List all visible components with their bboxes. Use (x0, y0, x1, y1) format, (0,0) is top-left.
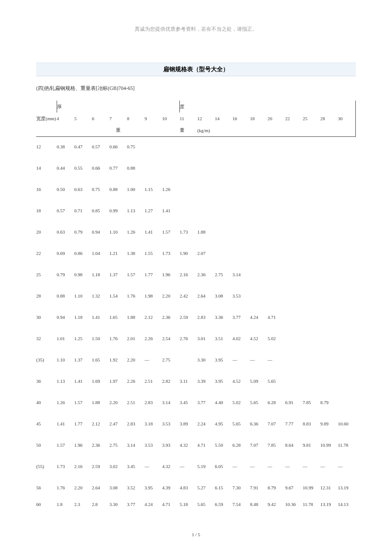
width-cell: 32 (36, 328, 57, 350)
value-cell (338, 179, 356, 200)
value-cell (215, 243, 232, 264)
value-cell: 1.57 (74, 392, 92, 413)
value-cell: 1.90 (180, 243, 197, 264)
value-cell (268, 158, 285, 179)
value-cell: 9.42 (268, 499, 285, 511)
value-cell: 4.52 (233, 371, 250, 392)
value-cell: 5.65 (268, 371, 285, 392)
value-cell: 4.32 (180, 435, 197, 456)
value-cell: 4.24 (144, 499, 162, 511)
value-cell (320, 286, 338, 307)
value-cell: 1.37 (74, 350, 92, 371)
value-cell: 3.11 (180, 371, 197, 392)
value-cell (285, 307, 303, 328)
value-cell: 1.10 (74, 286, 92, 307)
value-cell: 2.64 (197, 286, 215, 307)
value-cell: 5.27 (197, 477, 215, 499)
value-cell: 0.57 (92, 136, 110, 158)
value-cell: 1.97 (110, 371, 127, 392)
value-cell (233, 243, 250, 264)
value-cell: 9.81 (303, 435, 320, 456)
table-row: 601.82.32.83.303.774.244.715.185.656.597… (36, 499, 356, 511)
value-cell: 1.77 (74, 413, 92, 435)
value-cell: 10.99 (303, 477, 320, 499)
value-cell (338, 307, 356, 328)
value-cell: 3.89 (180, 413, 197, 435)
value-cell: 9.89 (320, 413, 338, 435)
value-cell: 1.65 (92, 350, 110, 371)
value-cell: 0.66 (110, 136, 127, 158)
thickness-header: 10 (162, 113, 180, 124)
value-cell (250, 179, 268, 200)
table-row: 200.630.790.941.101.261.411.571.731.88 (36, 222, 356, 243)
value-cell (303, 264, 320, 286)
value-cell: 3.14 (162, 392, 180, 413)
value-cell: 5.18 (180, 499, 197, 511)
value-cell: 1.00 (127, 179, 144, 200)
value-cell: 2.42 (180, 286, 197, 307)
value-cell (320, 328, 338, 350)
value-cell: — (180, 456, 197, 477)
width-cell: 56 (36, 477, 57, 499)
value-cell: 2.01 (127, 328, 144, 350)
value-cell: 5.02 (233, 392, 250, 413)
value-cell: 0.88 (127, 158, 144, 179)
value-cell (338, 350, 356, 371)
unit-label: (kg/m) (197, 124, 356, 136)
value-cell (250, 286, 268, 307)
thickness-header: 28 (320, 113, 338, 124)
value-cell: 0.75 (127, 136, 144, 158)
value-cell: 0.98 (74, 264, 92, 286)
value-cell (233, 200, 250, 222)
value-cell (285, 264, 303, 286)
table-row: 451.411.772.122.472.833.183.533.892.244.… (36, 413, 356, 435)
table-row: 321.011.251.501.762.012.262.542.763.013.… (36, 328, 356, 350)
value-cell: 7.54 (233, 499, 250, 511)
value-cell: 1.57 (127, 264, 144, 286)
value-cell (268, 136, 285, 158)
value-cell: 13.19 (320, 499, 338, 511)
value-cell (320, 136, 338, 158)
value-cell (197, 136, 215, 158)
value-cell: 1.57 (162, 222, 180, 243)
value-cell (285, 136, 303, 158)
value-cell: 3.45 (127, 456, 144, 477)
value-cell: 0.44 (57, 158, 74, 179)
value-cell: 3.53 (162, 413, 180, 435)
width-label: 宽度(mm) (36, 113, 57, 124)
value-cell: 3.53 (144, 435, 162, 456)
value-cell (197, 158, 215, 179)
value-cell: 7.77 (285, 413, 303, 435)
value-cell: 2.20 (74, 477, 92, 499)
width-cell: 30 (36, 307, 57, 328)
value-cell: 8.83 (303, 413, 320, 435)
value-cell: 4.40 (215, 392, 232, 413)
value-cell (233, 222, 250, 243)
value-cell (303, 307, 320, 328)
value-cell: 3.36 (215, 307, 232, 328)
value-cell: 2.12 (92, 413, 110, 435)
width-cell: 40 (36, 392, 57, 413)
value-cell: 1.26 (127, 222, 144, 243)
value-cell: 7.07 (250, 435, 268, 456)
value-cell: — (250, 350, 268, 371)
value-cell: — (268, 350, 285, 371)
table-row: 300.941.181.411.651.882.122.362.592.833.… (36, 307, 356, 328)
thickness-header: 5 (74, 113, 92, 124)
value-cell: 1.73 (57, 456, 74, 477)
value-cell: 5.09 (250, 371, 268, 392)
value-cell (285, 328, 303, 350)
value-cell: 2.75 (110, 435, 127, 456)
value-cell: 1.88 (92, 392, 110, 413)
value-cell: 0.79 (57, 264, 74, 286)
value-cell (268, 286, 285, 307)
value-cell (215, 158, 232, 179)
value-cell: 1.21 (110, 243, 127, 264)
value-cell: 3.14 (127, 435, 144, 456)
thickness-header: 8 (127, 113, 144, 124)
value-cell: 3.93 (162, 435, 180, 456)
thickness-header: 7 (110, 113, 127, 124)
value-cell: 3.77 (233, 307, 250, 328)
table-row: 361.131.411.691.972.262.512.823.113.393.… (36, 371, 356, 392)
value-cell: — (285, 456, 303, 477)
